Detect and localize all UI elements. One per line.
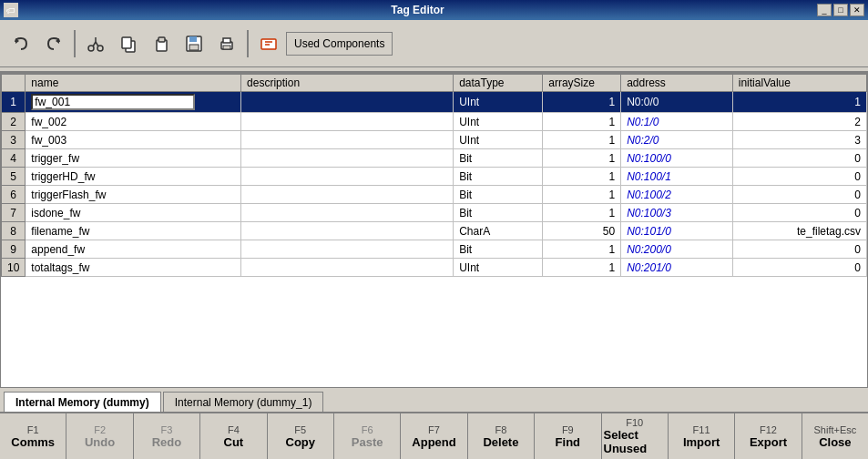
cell-name[interactable]: fw_003 [26, 131, 241, 149]
cell-address: N0:201/0 [621, 259, 733, 277]
cell-description[interactable] [241, 222, 454, 240]
row-number: 1 [2, 92, 26, 113]
svg-rect-15 [223, 38, 230, 43]
used-components-button[interactable]: Used Components [286, 32, 393, 56]
table-row[interactable]: 6triggerFlash_fwBit1N0:100/20 [2, 186, 867, 204]
toolbar: Used Components [0, 20, 868, 67]
cell-name[interactable]: totaltags_fw [26, 259, 241, 277]
svg-line-4 [93, 42, 96, 46]
table-row[interactable]: 4trigger_fwBit1N0:100/00 [2, 149, 867, 168]
fn-key-number: F2 [94, 424, 106, 435]
cell-address: N0:1/0 [621, 113, 733, 131]
copy-toolbar-button[interactable] [113, 28, 144, 59]
row-number: 6 [2, 186, 26, 204]
cell-datatype: Bit [454, 168, 543, 186]
cell-name[interactable]: fw_002 [26, 113, 241, 131]
cell-description[interactable] [241, 259, 454, 277]
cell-datatype: UInt [454, 92, 543, 113]
row-number: 3 [2, 131, 26, 149]
cell-arraysize: 1 [543, 168, 621, 186]
fn-key-delete[interactable]: F8Delete [468, 413, 535, 459]
cell-initialvalue: 0 [732, 204, 866, 222]
cell-description[interactable] [241, 186, 454, 204]
fn-key-number: F12 [760, 424, 777, 435]
cell-name[interactable]: triggerHD_fw [26, 168, 241, 186]
cell-datatype: Bit [454, 240, 543, 259]
fn-key-label: Undo [85, 435, 115, 449]
svg-rect-12 [189, 36, 197, 42]
cell-address: N0:100/3 [621, 204, 733, 222]
tab-internal-memory-dummy-1[interactable]: Internal Memory (dummy_1) [163, 392, 324, 412]
cell-description[interactable] [241, 149, 454, 168]
cell-description[interactable] [241, 113, 454, 131]
table-row[interactable]: 1UInt1N0:0/01 [2, 92, 867, 113]
save-button[interactable] [179, 28, 209, 59]
fn-key-number: F4 [228, 424, 240, 435]
fn-key-export[interactable]: F12Export [735, 413, 802, 459]
cell-initialvalue: 2 [732, 113, 866, 131]
close-button[interactable]: ✕ [850, 4, 864, 16]
cell-address: N0:100/1 [621, 168, 733, 186]
tab-internal-memory-dummy[interactable]: Internal Memory (dummy) [4, 392, 161, 412]
cell-description[interactable] [241, 131, 454, 149]
undo-button[interactable] [5, 28, 36, 59]
window-controls: _ □ ✕ [817, 4, 864, 16]
fn-key-number: F10 [626, 417, 643, 428]
cell-initialvalue: te_filetag.csv [732, 222, 866, 240]
fn-key-redo: F3Redo [134, 413, 200, 459]
redo-button[interactable] [38, 28, 69, 59]
cell-description[interactable] [241, 240, 454, 259]
cell-initialvalue: 0 [732, 240, 866, 259]
table-row[interactable]: 7isdone_fwBit1N0:100/30 [2, 204, 867, 222]
fn-key-comms[interactable]: F1Comms [0, 413, 66, 459]
table-row[interactable]: 9append_fwBit1N0:200/00 [2, 240, 867, 259]
cell-name[interactable]: append_fw [26, 240, 241, 259]
cell-initialvalue: 0 [732, 259, 866, 277]
table-container: name description dataType arraySize addr… [0, 72, 868, 388]
print-button[interactable] [211, 28, 242, 59]
table-row[interactable]: 2fw_002UInt1N0:1/02 [2, 113, 867, 131]
paste-button[interactable] [146, 28, 177, 59]
minimize-button[interactable]: _ [817, 4, 832, 16]
cut-button[interactable] [80, 28, 111, 59]
table-row[interactable]: 8filename_fwCharA50N0:101/0te_filetag.cs… [2, 222, 867, 240]
fn-key-number: F8 [495, 424, 507, 435]
maximize-button[interactable]: □ [833, 4, 848, 16]
fn-key-import[interactable]: F11Import [669, 413, 735, 459]
name-input[interactable] [31, 94, 195, 110]
fn-key-append[interactable]: F7Append [401, 413, 467, 459]
fn-key-label: Find [556, 435, 580, 449]
cell-name[interactable]: trigger_fw [26, 149, 241, 168]
cell-arraysize: 1 [543, 204, 621, 222]
fn-key-undo: F2Undo [66, 413, 133, 459]
cell-name[interactable] [26, 92, 241, 113]
cell-name[interactable]: isdone_fw [26, 204, 241, 222]
tag-editor-icon-button[interactable] [253, 28, 284, 59]
cell-address: N0:0/0 [621, 92, 733, 113]
cell-name[interactable]: triggerFlash_fw [26, 186, 241, 204]
col-header-arraysize: arraySize [543, 75, 621, 92]
cell-address: N0:100/2 [621, 186, 733, 204]
fn-key-select-unused[interactable]: F10Select Unused [602, 413, 669, 459]
cell-description[interactable] [241, 92, 454, 113]
cell-description[interactable] [241, 168, 454, 186]
table-row[interactable]: 3fw_003UInt1N0:2/03 [2, 131, 867, 149]
cell-initialvalue: 1 [732, 92, 866, 113]
cell-arraysize: 50 [543, 222, 621, 240]
fn-key-number: F11 [693, 424, 710, 435]
toolbar-sep-1 [74, 30, 76, 57]
row-number: 8 [2, 222, 26, 240]
fn-key-label: Redo [152, 435, 182, 449]
fn-key-cut[interactable]: F4Cut [200, 413, 267, 459]
fn-key-copy[interactable]: F5Copy [268, 413, 334, 459]
fn-key-label: Delete [483, 435, 518, 449]
table-row[interactable]: 10totaltags_fwUInt1N0:201/00 [2, 259, 867, 277]
row-number: 10 [2, 259, 26, 277]
cell-name[interactable]: filename_fw [26, 222, 241, 240]
table-row[interactable]: 5triggerHD_fwBit1N0:100/10 [2, 168, 867, 186]
fn-key-find[interactable]: F9Find [535, 413, 601, 459]
cell-description[interactable] [241, 204, 454, 222]
svg-rect-10 [158, 37, 165, 42]
fn-key-close[interactable]: Shift+EscClose [802, 413, 868, 459]
fn-key-label: Close [819, 435, 851, 449]
